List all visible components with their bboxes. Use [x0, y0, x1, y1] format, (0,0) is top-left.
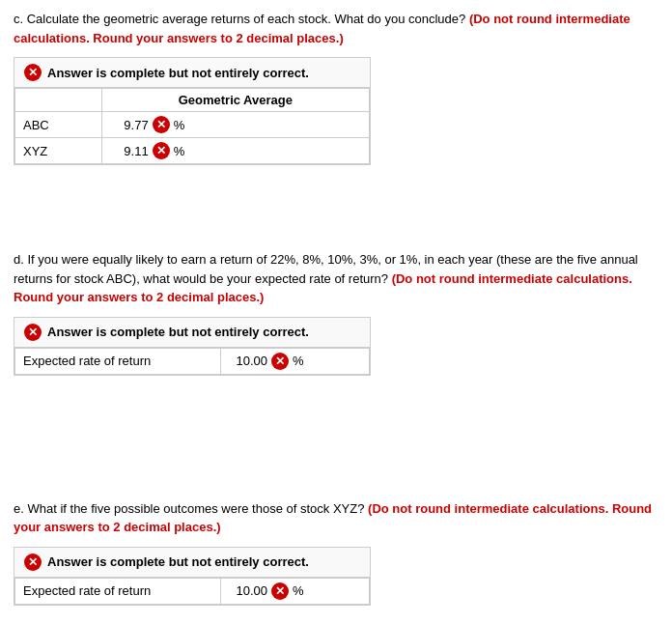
row-abc-value-cell: 9.77 ✕ % [101, 112, 369, 138]
row-xyz-error-icon: ✕ [153, 142, 170, 159]
section-e-row-value-cell: 10.00 ✕ % [221, 578, 370, 604]
section-e-status-bar: ✕ Answer is complete but not entirely co… [14, 548, 370, 578]
row-xyz-value: 9.11 [110, 144, 149, 158]
section-d-question: d. If you were equally likely to earn a … [14, 250, 658, 307]
section-e-row-error-icon: ✕ [271, 582, 289, 600]
section-e-question: e. What if the five possible outcomes we… [14, 499, 658, 537]
section-d-row-label: Expected rate of return [15, 348, 221, 374]
section-d: d. If you were equally likely to earn a … [14, 250, 658, 383]
row-xyz-label: XYZ [15, 138, 102, 164]
section-e-row-label: Expected rate of return [15, 578, 221, 604]
section-c-question-text: c. Calculate the geometric average retur… [14, 12, 465, 26]
section-e-answer-box: ✕ Answer is complete but not entirely co… [14, 547, 371, 606]
section-e-table: Expected rate of return 10.00 ✕ % [14, 578, 370, 605]
section-d-row-value-cell: 10.00 ✕ % [221, 348, 370, 374]
section-c-status-bar: ✕ Answer is complete but not entirely co… [14, 58, 370, 88]
section-e-question-text: e. What if the five possible outcomes we… [14, 501, 364, 516]
section-d-row-value: 10.00 [229, 354, 267, 368]
section-d-row-unit: % [293, 354, 304, 368]
row-abc-label: ABC [15, 112, 102, 138]
section-c: c. Calculate the geometric average retur… [14, 10, 658, 173]
section-d-status-text: Answer is complete but not entirely corr… [47, 325, 309, 339]
table-row: XYZ 9.11 ✕ % [15, 138, 370, 164]
section-c-error-icon: ✕ [24, 64, 42, 81]
row-abc-value: 9.77 [110, 118, 149, 132]
section-e-status-text: Answer is complete but not entirely corr… [47, 554, 309, 569]
section-e: e. What if the five possible outcomes we… [14, 499, 658, 613]
row-abc-unit: % [174, 118, 185, 132]
section-c-status-text: Answer is complete but not entirely corr… [47, 66, 309, 80]
section-c-question: c. Calculate the geometric average retur… [14, 10, 658, 47]
section-e-error-icon: ✕ [24, 553, 42, 571]
row-xyz-value-cell: 9.11 ✕ % [101, 138, 369, 164]
section-d-answer-box: ✕ Answer is complete but not entirely co… [14, 317, 371, 376]
section-d-table: Expected rate of return 10.00 ✕ % [14, 348, 370, 375]
section-c-answer-box: ✕ Answer is complete but not entirely co… [14, 57, 371, 165]
table-row: ABC 9.77 ✕ % [15, 112, 370, 138]
table-row: Expected rate of return 10.00 ✕ % [15, 348, 370, 374]
row-abc-error-icon: ✕ [153, 116, 170, 133]
section-c-col-header: Geometric Average [101, 89, 369, 112]
section-d-error-icon: ✕ [24, 324, 42, 341]
row-xyz-unit: % [174, 144, 185, 158]
section-d-status-bar: ✕ Answer is complete but not entirely co… [14, 318, 370, 348]
section-c-table: Geometric Average ABC 9.77 ✕ % XYZ [14, 88, 370, 164]
section-e-row-value: 10.00 [229, 583, 267, 598]
section-e-row-unit: % [293, 583, 304, 598]
section-c-col-label [15, 89, 102, 112]
table-row: Expected rate of return 10.00 ✕ % [15, 578, 370, 604]
section-d-row-error-icon: ✕ [271, 353, 289, 370]
